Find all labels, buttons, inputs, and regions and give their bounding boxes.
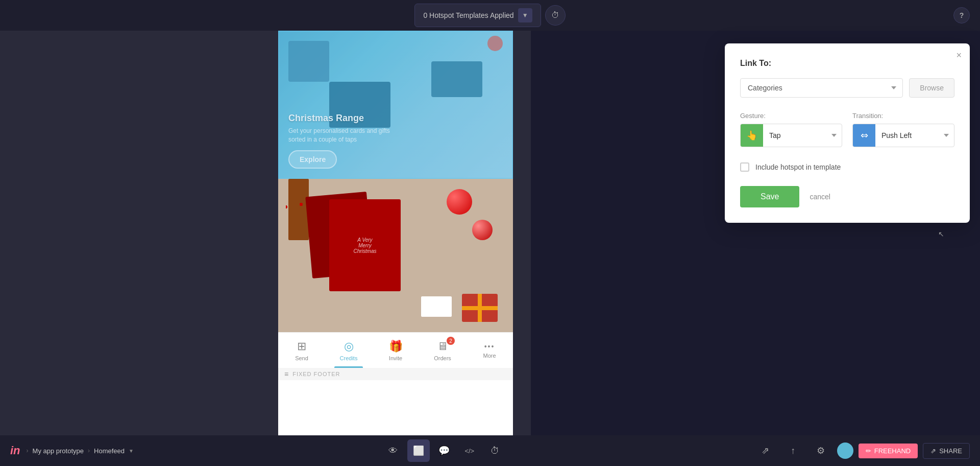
upload-button[interactable]: ↑ xyxy=(782,439,804,462)
help-button[interactable]: ? xyxy=(953,7,970,24)
breadcrumb-project[interactable]: My app prototype xyxy=(33,447,84,455)
banner-content: Christmas Range Get your personalised ca… xyxy=(288,113,503,169)
invite-icon: 🎁 xyxy=(389,340,403,353)
more-icon: ••• xyxy=(484,342,495,351)
include-template-label: Include hotspot in template xyxy=(755,163,841,171)
card-visual-2: A VeryMerryChristmas xyxy=(329,199,401,291)
gesture-transition-row: Gesture: 👆 Tap Swipe Double Tap Transiti… xyxy=(740,112,954,147)
toolbar-center: 👁 ⬜ 💬 </> ⏱ xyxy=(382,439,506,462)
send-label: Send xyxy=(295,355,308,361)
phone-container: Christmas Range Get your personalised ca… xyxy=(278,31,513,435)
nav-item-more[interactable]: ••• More xyxy=(466,333,513,368)
save-button[interactable]: Save xyxy=(740,186,799,207)
transition-field: Transition: ⇔ Push Left Push Right Fade … xyxy=(852,112,954,147)
hotspot-templates-label: 0 Hotspot Templates Applied xyxy=(423,11,513,19)
hotspot-dropdown-arrow[interactable]: ▼ xyxy=(518,8,532,22)
inspect-tool-button[interactable]: </> xyxy=(458,439,481,462)
orders-badge: 2 xyxy=(447,337,455,345)
explore-button[interactable]: Explore xyxy=(288,150,337,169)
share-label: SHARE xyxy=(939,447,962,455)
banner-decoration xyxy=(487,36,503,51)
timer-button[interactable]: ⏱ xyxy=(545,5,566,26)
fixed-footer-text: FIXED FOOTER xyxy=(292,371,340,377)
close-button[interactable]: × xyxy=(956,51,962,60)
transition-label: Transition: xyxy=(852,112,954,120)
app-screen: Christmas Range Get your personalised ca… xyxy=(278,31,513,435)
lines-icon: ≡ xyxy=(284,370,288,378)
more-label: More xyxy=(483,353,496,359)
ornament-1 xyxy=(447,189,472,215)
transition-select-wrapper: ⇔ Push Left Push Right Fade Slide Up xyxy=(852,124,954,147)
orders-label: Orders xyxy=(434,355,451,361)
cursor-indicator: ↖ xyxy=(938,230,944,238)
toolbar-left: in › My app prototype › Homefeed ▼ xyxy=(10,444,134,457)
send-icon: ⊞ xyxy=(297,340,306,353)
banner-photo-right xyxy=(431,61,482,97)
freehand-icon: ✏ xyxy=(866,447,871,455)
gesture-select-wrapper: 👆 Tap Swipe Double Tap xyxy=(740,124,842,147)
breadcrumb-dropdown[interactable]: ▼ xyxy=(129,448,134,454)
ornament-2 xyxy=(472,220,493,240)
panel-title: Link To: xyxy=(740,59,954,68)
action-row: Save cancel xyxy=(740,186,954,207)
gesture-label: Gesture: xyxy=(740,112,842,120)
nav-item-credits[interactable]: ◎ Credits xyxy=(325,333,372,368)
gesture-icon: 👆 xyxy=(741,124,763,147)
gesture-select[interactable]: Tap Swipe Double Tap xyxy=(763,126,842,145)
freehand-label: FREEHAND xyxy=(874,447,911,455)
transition-icon: ⇔ xyxy=(853,124,875,147)
settings-button[interactable]: ⚙ xyxy=(810,439,832,462)
cards-section: A VeryMerryChristmas xyxy=(278,179,513,332)
include-template-row: Include hotspot in template xyxy=(740,162,954,172)
share-tool-button[interactable]: ⇗ xyxy=(754,439,777,462)
comment-tool-button[interactable]: 💬 xyxy=(433,439,455,462)
gesture-field: Gesture: 👆 Tap Swipe Double Tap xyxy=(740,112,842,147)
prototype-tool-button[interactable]: ⬜ xyxy=(407,439,430,462)
link-panel: × Link To: Categories Screens External U… xyxy=(725,43,970,223)
banner-title: Christmas Range xyxy=(288,113,503,124)
small-card xyxy=(421,296,452,317)
categories-select[interactable]: Categories Screens External URL xyxy=(740,78,903,98)
gift-ribbon-vertical xyxy=(478,294,482,322)
freehand-button[interactable]: ✏ FREEHAND xyxy=(859,444,918,458)
history-tool-button[interactable]: ⏱ xyxy=(484,439,506,462)
card-text: A VeryMerryChristmas xyxy=(348,232,381,259)
timer-icon: ⏱ xyxy=(551,11,559,20)
user-avatar xyxy=(837,442,853,459)
breadcrumb-screen[interactable]: Homefeed xyxy=(94,447,125,455)
preview-tool-button[interactable]: 👁 xyxy=(382,439,404,462)
banner-photo-left xyxy=(288,41,329,82)
banner-subtitle: Get your personalised cards and gifts so… xyxy=(288,127,390,144)
help-icon: ? xyxy=(960,11,964,19)
transition-select[interactable]: Push Left Push Right Fade Slide Up xyxy=(875,126,954,145)
bottom-nav: ⊞ Send ◎ Credits 🎁 Invite 2 🖥 Orders •••… xyxy=(278,332,513,368)
nav-item-invite[interactable]: 🎁 Invite xyxy=(372,333,419,368)
credits-icon: ◎ xyxy=(344,340,354,353)
hotspot-templates-button[interactable]: 0 Hotspot Templates Applied ▼ xyxy=(414,4,541,27)
invite-label: Invite xyxy=(389,355,402,361)
nav-item-orders[interactable]: 2 🖥 Orders xyxy=(419,333,466,368)
bottom-toolbar: in › My app prototype › Homefeed ▼ 👁 ⬜ 💬… xyxy=(0,435,980,466)
link-to-row: Categories Screens External URL Browse xyxy=(740,78,954,98)
cancel-link[interactable]: cancel xyxy=(810,193,830,201)
logo: in xyxy=(10,444,20,457)
include-template-checkbox[interactable] xyxy=(740,162,749,172)
wrapped-gift xyxy=(462,294,498,322)
share-button[interactable]: ⇗ SHARE xyxy=(923,443,970,459)
breadcrumb-arrow-2: › xyxy=(88,447,90,454)
top-bar: 0 Hotspot Templates Applied ▼ ⏱ ? xyxy=(0,0,980,31)
fixed-footer-bar: ≡ FIXED FOOTER xyxy=(278,368,513,380)
browse-button[interactable]: Browse xyxy=(909,78,954,98)
credits-label: Credits xyxy=(340,355,358,361)
share-icon: ⇗ xyxy=(930,447,936,455)
nav-item-send[interactable]: ⊞ Send xyxy=(278,333,325,368)
christmas-banner[interactable]: Christmas Range Get your personalised ca… xyxy=(278,31,513,179)
toolbar-right: ⇗ ↑ ⚙ ✏ FREEHAND ⇗ SHARE xyxy=(754,439,970,462)
breadcrumb-arrow-1: › xyxy=(27,447,29,454)
breadcrumb: › My app prototype › Homefeed ▼ xyxy=(27,447,134,455)
